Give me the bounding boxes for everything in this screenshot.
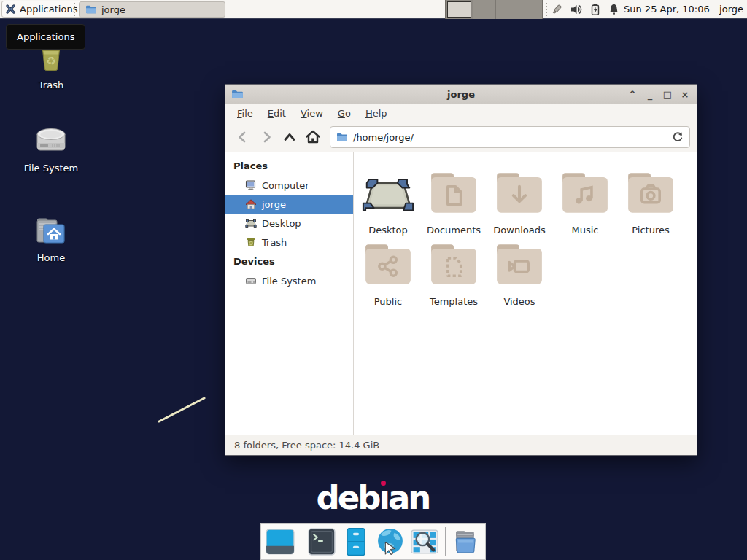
- volume-icon[interactable]: [570, 3, 583, 16]
- panel-username[interactable]: jorge: [719, 0, 743, 19]
- shade-button[interactable]: ^: [624, 85, 641, 104]
- file-list-area[interactable]: Desktop Documents: [354, 152, 697, 435]
- file-item-label: Desktop: [368, 225, 408, 236]
- videos-folder-icon: [491, 236, 548, 292]
- documents-folder-icon: [425, 164, 482, 221]
- desktop-icon-file-system[interactable]: File System: [7, 125, 96, 174]
- web-browser-icon[interactable]: [375, 526, 406, 557]
- workspace-1[interactable]: [447, 1, 471, 18]
- workspace-switcher[interactable]: [445, 0, 543, 19]
- public-folder-icon: [360, 236, 417, 292]
- desktop-icon: [245, 217, 257, 229]
- sidebar-item-label: File System: [262, 276, 316, 287]
- desktop-icon-home[interactable]: Home: [7, 213, 96, 263]
- file-item-label: Music: [572, 225, 599, 236]
- sidebar-header-devices: Devices: [225, 252, 353, 271]
- file-item-desktop[interactable]: Desktop: [355, 164, 421, 236]
- applications-menu-label: Applications: [20, 4, 77, 15]
- desktop-special-icon: [360, 164, 417, 221]
- file-item-templates[interactable]: Templates: [421, 236, 487, 307]
- app-finder-icon[interactable]: [409, 526, 440, 557]
- sidebar-item-desktop[interactable]: Desktop: [225, 214, 353, 233]
- file-item-downloads[interactable]: Downloads: [487, 164, 552, 236]
- statusbar-text: 8 folders, Free space: 14.4 GiB: [234, 440, 379, 451]
- toolbar: /home/jorge/: [225, 122, 697, 152]
- downloads-folder-icon: [491, 164, 548, 221]
- notification-bell-icon[interactable]: [608, 3, 620, 16]
- desktop-icon-label: File System: [24, 163, 78, 174]
- file-item-label: Templates: [430, 296, 478, 307]
- file-item-label: Public: [374, 296, 402, 307]
- workspace-3[interactable]: [496, 0, 519, 19]
- minimize-button[interactable]: _: [641, 85, 659, 104]
- home-folder-icon: [33, 213, 69, 249]
- file-item-label: Documents: [427, 225, 481, 236]
- sidebar-item-file-system[interactable]: File System: [225, 271, 353, 290]
- desktop-icon-label: Trash: [39, 79, 63, 90]
- desktop-scribble-line: [155, 392, 209, 426]
- up-button[interactable]: [279, 126, 301, 148]
- back-button[interactable]: [232, 126, 254, 148]
- workspace-2[interactable]: [473, 0, 496, 19]
- file-item-label: Videos: [503, 296, 535, 307]
- sidebar-item-jorge[interactable]: jorge: [225, 195, 353, 214]
- sidebar-item-label: Computer: [262, 180, 309, 191]
- home-icon: [245, 198, 257, 210]
- file-item-pictures[interactable]: Pictures: [618, 164, 684, 236]
- file-item-label: Downloads: [493, 225, 545, 236]
- dock-separator: [301, 527, 301, 556]
- path-folder-icon: [336, 131, 348, 143]
- wordmark-prefix: deb: [317, 478, 379, 517]
- menubar: File Edit View Go Help: [225, 104, 697, 122]
- statusbar: 8 folders, Free space: 14.4 GiB: [225, 435, 697, 455]
- sidebar-item-label: Desktop: [262, 218, 301, 229]
- stylus-tool-icon[interactable]: [550, 3, 563, 16]
- hard-drive-icon: [245, 275, 257, 287]
- sidebar: Places Computer: [225, 152, 354, 435]
- sidebar-item-computer[interactable]: Computer: [225, 176, 353, 195]
- wordmark-suffix: an: [388, 478, 429, 517]
- sidebar-item-trash[interactable]: Trash: [225, 233, 353, 252]
- file-item-public[interactable]: Public: [355, 236, 421, 307]
- system-tray: [550, 0, 620, 19]
- folder-icon: [85, 4, 97, 15]
- templates-folder-icon: [425, 236, 482, 292]
- file-manager-icon[interactable]: [451, 526, 481, 557]
- battery-charging-icon[interactable]: [589, 3, 601, 16]
- path-bar[interactable]: /home/jorge/: [330, 126, 690, 148]
- panel-clock[interactable]: Sun 25 Apr, 10:06: [624, 0, 710, 19]
- forward-button[interactable]: [255, 126, 277, 148]
- menu-edit[interactable]: Edit: [260, 106, 293, 121]
- file-item-videos[interactable]: Videos: [487, 236, 552, 307]
- file-item-music[interactable]: Music: [552, 164, 618, 236]
- applications-menu-button[interactable]: Applications: [1, 1, 84, 18]
- taskbar-window-button[interactable]: jorge: [79, 1, 225, 18]
- pictures-folder-icon: [622, 164, 679, 221]
- top-panel: Applications jorge: [0, 0, 747, 19]
- menu-view[interactable]: View: [293, 106, 330, 121]
- close-button[interactable]: ×: [676, 85, 694, 104]
- workspace-4[interactable]: [519, 0, 542, 19]
- sidebar-item-label: jorge: [262, 199, 286, 210]
- file-item-documents[interactable]: Documents: [421, 164, 487, 236]
- music-folder-icon: [557, 164, 614, 221]
- maximize-button[interactable]: □: [659, 85, 676, 104]
- sidebar-item-label: Trash: [262, 237, 287, 248]
- menu-go[interactable]: Go: [330, 106, 358, 121]
- debian-wordmark: debıan: [285, 478, 460, 517]
- xfce-applications-icon: [5, 4, 16, 15]
- terminal-icon[interactable]: [306, 526, 337, 557]
- reload-icon[interactable]: [672, 131, 684, 143]
- computer-icon: [245, 179, 257, 191]
- debian-red-dot: [381, 481, 386, 486]
- home-button[interactable]: [302, 126, 324, 148]
- sidebar-header-places: Places: [225, 156, 353, 176]
- file-cabinet-icon[interactable]: [341, 526, 371, 557]
- panel-handle[interactable]: [74, 3, 78, 16]
- show-desktop-icon[interactable]: [265, 526, 295, 557]
- dock: [260, 523, 486, 560]
- menu-help[interactable]: Help: [358, 106, 395, 121]
- path-value[interactable]: /home/jorge/: [353, 132, 667, 143]
- menu-file[interactable]: File: [230, 106, 260, 121]
- titlebar[interactable]: jorge ^ _ □ ×: [225, 85, 697, 104]
